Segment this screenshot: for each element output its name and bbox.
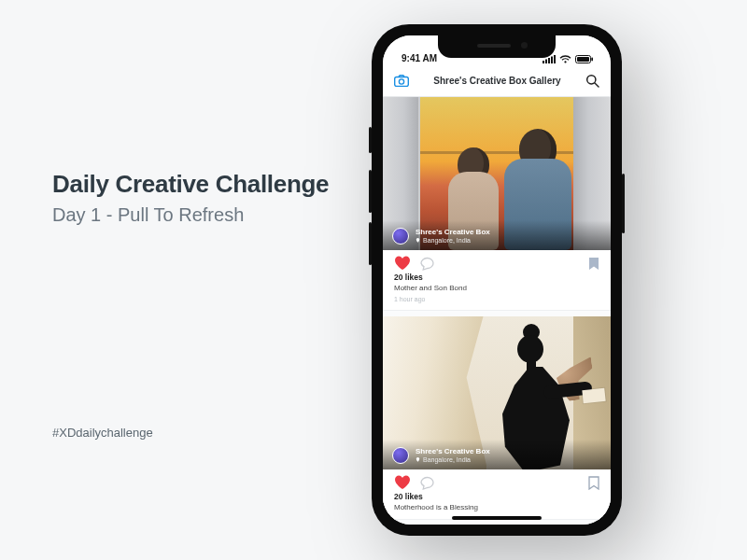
author-location: Bangalore, India [416, 237, 490, 245]
bookmark-icon[interactable] [588, 257, 599, 271]
battery-icon [575, 55, 594, 63]
post-timestamp: 1 hour ago [394, 296, 599, 302]
post-caption: Mother and Son Bond [394, 284, 599, 292]
post-author-overlay[interactable]: Shree's Creative Box Bangalore, India [383, 220, 611, 250]
notch [438, 35, 556, 58]
svg-rect-8 [591, 58, 593, 62]
like-count[interactable]: 20 likes [394, 273, 599, 282]
author-name: Shree's Creative Box [416, 229, 490, 237]
comment-icon[interactable] [420, 257, 435, 271]
post-image[interactable]: Shree's Creative Box Bangalore, India [383, 97, 611, 250]
camera-icon[interactable] [394, 75, 409, 87]
svg-line-12 [595, 83, 599, 87]
phone-screen[interactable]: 9:41 AM Shree's Creative [383, 35, 611, 525]
location-pin-icon [416, 238, 420, 243]
like-icon[interactable] [394, 256, 411, 271]
app-header: Shree's Creative Box Gallery [383, 65, 611, 97]
page-headline: Daily Creative Challenge [52, 170, 329, 199]
svg-point-10 [399, 79, 403, 84]
status-time: 9:41 AM [402, 53, 437, 63]
home-indicator[interactable] [452, 516, 542, 520]
hashtag: #XDdailychallenge [52, 426, 153, 440]
post-image[interactable]: Shree's Creative Box Bangalore, India [383, 316, 611, 469]
post-caption: Motherhood is a Blessing [394, 503, 599, 511]
author-name: Shree's Creative Box [416, 448, 490, 456]
svg-rect-0 [543, 61, 544, 63]
svg-rect-3 [551, 57, 553, 64]
author-location: Bangalore, India [416, 456, 490, 464]
svg-rect-2 [548, 58, 550, 63]
search-icon[interactable] [585, 74, 599, 88]
post-author-overlay[interactable]: Shree's Creative Box Bangalore, India [383, 440, 611, 469]
post-card: Shree's Creative Box Bangalore, India [383, 316, 611, 520]
svg-rect-1 [545, 60, 547, 64]
svg-rect-9 [395, 77, 409, 87]
like-count[interactable]: 20 likes [394, 492, 599, 501]
svg-point-5 [564, 61, 566, 63]
page-subline: Day 1 - Pull To Refresh [52, 204, 329, 226]
avatar[interactable] [392, 228, 409, 245]
comment-icon[interactable] [420, 476, 435, 490]
svg-rect-7 [577, 57, 589, 62]
bookmark-icon[interactable] [588, 476, 599, 490]
post-card: Shree's Creative Box Bangalore, India [383, 97, 611, 311]
like-icon[interactable] [394, 475, 411, 490]
wifi-icon [559, 55, 571, 63]
app-title: Shree's Creative Box Gallery [433, 76, 560, 86]
avatar[interactable] [392, 447, 409, 464]
svg-rect-4 [554, 55, 556, 63]
location-pin-icon [416, 457, 420, 462]
power-button [622, 174, 625, 233]
feed[interactable]: Shree's Creative Box Bangalore, India [383, 97, 611, 525]
phone-mockup: 9:41 AM Shree's Creative [372, 24, 622, 536]
